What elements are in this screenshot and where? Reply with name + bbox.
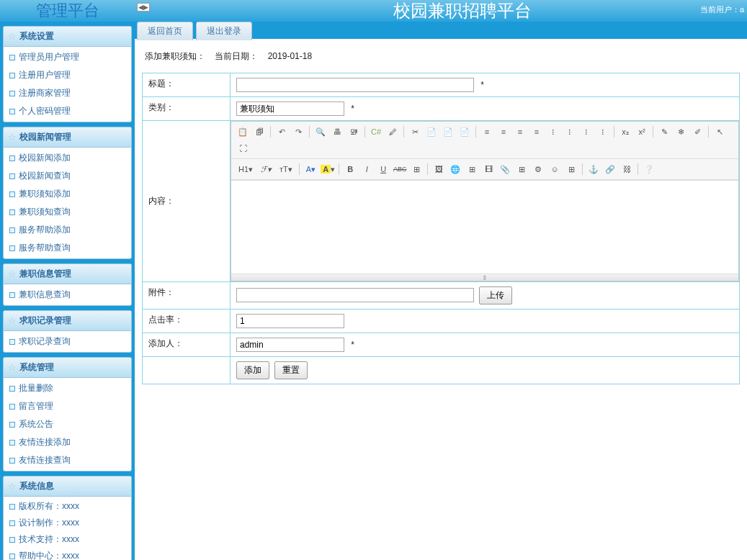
page-heading: 添加兼职须知：: [145, 51, 205, 61]
sidebar-item-help-add[interactable]: 服务帮助添加: [4, 221, 131, 239]
sidebar-item-job-query[interactable]: 兼职信息查询: [4, 286, 131, 304]
submit-button[interactable]: 添加: [236, 361, 269, 379]
cut-icon[interactable]: ✂: [408, 125, 422, 139]
anchor-icon[interactable]: ⚓: [586, 162, 601, 176]
tab-home[interactable]: 返回首页: [137, 22, 193, 40]
clear-icon[interactable]: ❄: [674, 125, 688, 139]
underline-icon[interactable]: U: [376, 162, 390, 176]
star-icon: ☆: [8, 362, 17, 373]
sidebar-toggle-icon[interactable]: ◀▶: [137, 3, 150, 12]
attach-icon[interactable]: 📎: [498, 162, 512, 176]
code-icon[interactable]: C#: [369, 125, 383, 139]
tab-logout[interactable]: 退出登录: [196, 22, 252, 40]
select-icon[interactable]: ↖: [712, 125, 727, 139]
bullet-icon: [9, 91, 15, 96]
paste-text-icon[interactable]: 📄: [457, 125, 472, 139]
special-char-icon[interactable]: ⊞: [564, 162, 578, 176]
editor-resize-handle[interactable]: ⇕: [231, 274, 738, 281]
star-icon: ☆: [8, 31, 17, 42]
bold-icon[interactable]: B: [343, 162, 357, 176]
panel-title: 求职记录管理: [19, 315, 71, 327]
gear-icon[interactable]: ⚙: [531, 162, 545, 176]
list-ol-icon[interactable]: ⫶: [563, 125, 577, 139]
sidebar-item-register-user[interactable]: 注册用户管理: [4, 66, 131, 84]
align-right-icon[interactable]: ≡: [513, 125, 527, 139]
undo-icon[interactable]: ↶: [274, 125, 289, 139]
align-center-icon[interactable]: ≡: [496, 125, 511, 139]
bg-color-dropdown[interactable]: A▾: [321, 162, 335, 176]
superscript-icon[interactable]: x²: [635, 125, 649, 139]
subscript-icon[interactable]: x₂: [618, 125, 632, 139]
panel-title: 系统设置: [19, 30, 54, 42]
table-icon[interactable]: ⊞: [409, 162, 424, 176]
font-size-dropdown[interactable]: тT▾: [277, 162, 295, 176]
emoji-icon[interactable]: ☺: [547, 162, 562, 176]
sidebar-item-admin-user[interactable]: 管理员用户管理: [4, 48, 131, 66]
sidebar-item-help-query[interactable]: 服务帮助查询: [4, 239, 131, 257]
unlink-icon[interactable]: ⛓: [619, 162, 634, 176]
sidebar-item-message[interactable]: 留言管理: [4, 397, 131, 415]
template-icon[interactable]: 🗐: [252, 125, 267, 139]
sidebar-item-news-query[interactable]: 校园新闻查询: [4, 167, 131, 185]
align-left-icon[interactable]: ≡: [480, 125, 494, 139]
copy-icon[interactable]: 📄: [424, 125, 439, 139]
form-table: 标题： * 类别： * 内容： 📋: [142, 73, 740, 384]
sidebar-item-news-add[interactable]: 校园新闻添加: [4, 149, 131, 167]
paste-icon[interactable]: 📄: [441, 125, 455, 139]
print-icon[interactable]: 🖶: [330, 125, 344, 139]
list-ul-icon[interactable]: ⫶: [546, 125, 560, 139]
sidebar-item-link-query[interactable]: 友情连接查询: [4, 451, 131, 469]
adder-input[interactable]: [236, 338, 344, 352]
bullet-icon: [9, 504, 15, 510]
sidebar-item-apply-query[interactable]: 求职记录查询: [4, 333, 131, 351]
hits-input[interactable]: [236, 314, 344, 328]
source-icon[interactable]: 📋: [236, 125, 250, 139]
upload-button[interactable]: 上传: [479, 286, 512, 304]
sidebar-item-password[interactable]: 个人密码管理: [4, 102, 131, 120]
sidebar-item-announce[interactable]: 系统公告: [4, 415, 131, 433]
panel-jobinfo: ☆兼职信息管理 兼职信息查询: [3, 263, 132, 306]
reset-button[interactable]: 重置: [274, 361, 308, 379]
link-icon[interactable]: 🔗: [603, 162, 617, 176]
editor-content-area[interactable]: [231, 180, 738, 274]
indent-icon[interactable]: ⫶: [579, 125, 594, 139]
newpage-icon[interactable]: 🖳: [346, 125, 361, 139]
redo-icon[interactable]: ↷: [291, 125, 305, 139]
format-painter-icon[interactable]: ✐: [690, 125, 704, 139]
sidebar-item-register-merchant[interactable]: 注册商家管理: [4, 84, 131, 102]
italic-icon[interactable]: I: [359, 162, 374, 176]
app-header: 管理平台 ◀▶ 校园兼职招聘平台 当前用户：a: [0, 0, 747, 22]
category-input[interactable]: [236, 101, 344, 116]
strike-icon[interactable]: ABC: [393, 162, 407, 176]
pen-icon[interactable]: ✎: [657, 125, 671, 139]
map-icon[interactable]: 🌐: [448, 162, 462, 176]
outdent-icon[interactable]: ⫶: [596, 125, 610, 139]
insert-hr-icon[interactable]: ⊞: [514, 162, 529, 176]
align-justify-icon[interactable]: ≡: [529, 125, 544, 139]
text-color-dropdown[interactable]: A▾: [303, 162, 318, 176]
help-icon[interactable]: ❔: [642, 162, 656, 176]
title-input[interactable]: [236, 78, 474, 92]
current-user-label: 当前用户：a: [700, 4, 744, 15]
heading-dropdown[interactable]: H1▾: [236, 162, 256, 176]
fullscreen-icon[interactable]: ⛶: [236, 141, 250, 155]
insert-table-icon[interactable]: ⊞: [465, 162, 479, 176]
image-icon[interactable]: 🖼: [431, 162, 446, 176]
panel-sysinfo: ☆系统信息 版权所有：xxxx 设计制作：xxxx 技术支持：xxxx 帮助中心…: [3, 476, 132, 560]
font-family-dropdown[interactable]: ℱ▾: [258, 162, 274, 176]
star-icon: ☆: [8, 132, 17, 143]
media-icon[interactable]: 🎞: [481, 162, 496, 176]
rich-text-editor: 📋 🗐 ↶ ↷ 🔍 🖶 🖳 C# 🖉: [231, 121, 739, 281]
bullet-icon: [9, 191, 15, 197]
sidebar-item-link-add[interactable]: 友情连接添加: [4, 433, 131, 451]
draft-icon[interactable]: 🖉: [385, 125, 400, 139]
star-icon: ☆: [8, 315, 17, 326]
preview-icon[interactable]: 🔍: [313, 125, 328, 139]
panel-title: 系统管理: [19, 361, 54, 374]
sidebar-item-notice-add[interactable]: 兼职须知添加: [4, 185, 131, 203]
attach-input[interactable]: [236, 288, 474, 302]
sidebar-item-notice-query[interactable]: 兼职须知查询: [4, 203, 131, 221]
panel-title: 系统信息: [19, 480, 54, 492]
sidebar-item-batch-delete[interactable]: 批量删除: [4, 379, 131, 397]
panel-apply: ☆求职记录管理 求职记录查询: [3, 310, 132, 353]
